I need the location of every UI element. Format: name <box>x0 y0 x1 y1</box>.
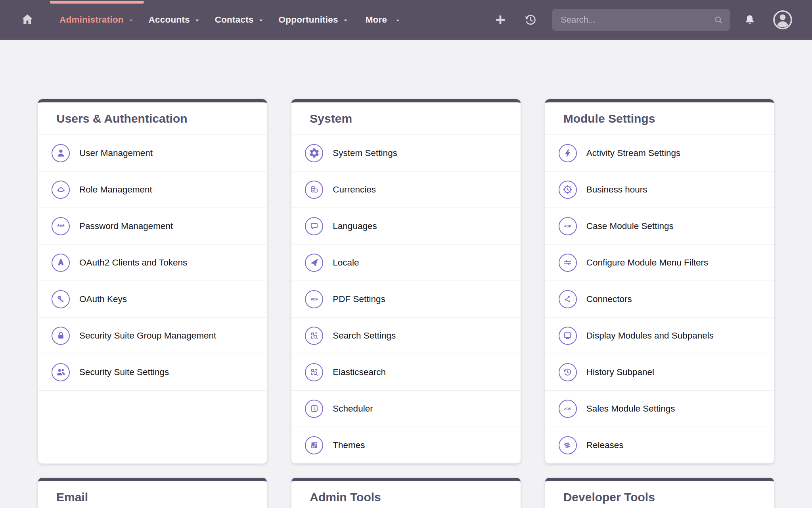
panel-header: Developer Tools <box>545 481 774 508</box>
admin-item-case-module-settings[interactable]: AOPCase Module Settings <box>545 208 774 244</box>
admin-item-connectors[interactable]: Connectors <box>545 281 774 318</box>
chevron-down-icon <box>194 17 201 24</box>
layers-icon <box>559 436 577 454</box>
hat-icon <box>52 181 70 199</box>
search-input[interactable] <box>552 9 730 31</box>
aop-badge-icon: AOP <box>559 217 577 235</box>
pdf-icon: PDF <box>305 290 323 308</box>
admin-item-label: Currencies <box>333 185 376 195</box>
admin-item-label: Case Module Settings <box>586 221 674 231</box>
panel-header: System <box>291 102 520 135</box>
panel-title: Module Settings <box>563 112 655 125</box>
plus-icon <box>494 13 507 27</box>
admin-item-security-suite-settings[interactable]: Security Suite Settings <box>38 354 267 391</box>
admin-item-business-hours[interactable]: Business hours <box>545 171 774 208</box>
asterisks-icon: *** <box>52 217 70 235</box>
user-menu-button[interactable] <box>771 8 795 32</box>
aos-badge-icon: AOS <box>559 400 577 418</box>
admin-item-themes[interactable]: Themes <box>291 427 520 464</box>
panel-admin-tools: Admin Tools <box>291 478 520 508</box>
search-settings-icon <box>305 327 323 345</box>
top-navbar: Administration Accounts Contacts Opportu… <box>0 0 812 40</box>
users-icon <box>52 363 70 381</box>
admin-item-languages[interactable]: Languages <box>291 208 520 244</box>
admin-item-releases[interactable]: Releases <box>545 427 774 464</box>
admin-item-label: Themes <box>333 440 365 450</box>
nav-item-accounts[interactable]: Accounts <box>142 0 208 40</box>
admin-item-security-suite-group-management[interactable]: Security Suite Group Management <box>38 318 267 354</box>
panel-module-settings: Module Settings Activity Stream Settings… <box>545 99 774 464</box>
admin-item-label: Releases <box>586 440 624 450</box>
panel-header: Users & Authentication <box>38 102 267 135</box>
speech-bubble-icon <box>305 217 323 235</box>
admin-item-elasticsearch[interactable]: Elasticsearch <box>291 354 520 391</box>
admin-item-oauth-keys[interactable]: OAuth Keys <box>38 281 267 318</box>
panel-header: Module Settings <box>545 102 774 135</box>
admin-item-label: Scheduler <box>333 404 373 414</box>
lock-icon <box>52 327 70 345</box>
search-settings-icon <box>305 363 323 381</box>
svg-text:AOP: AOP <box>564 225 571 228</box>
admin-item-label: Business hours <box>586 185 647 195</box>
svg-text:PDF: PDF <box>310 297 318 301</box>
admin-item-system-settings[interactable]: System Settings <box>291 135 520 171</box>
clock-ticks-icon <box>559 181 577 199</box>
admin-item-currencies[interactable]: Currencies <box>291 171 520 208</box>
monitor-icon <box>559 327 577 345</box>
nav-item-more[interactable]: More <box>358 0 408 40</box>
admin-panels-grid: Users & Authentication User ManagementRo… <box>38 99 774 508</box>
admin-item-label: Display Modules and Subpanels <box>586 331 714 341</box>
admin-item-display-modules-and-subpanels[interactable]: Display Modules and Subpanels <box>545 318 774 354</box>
nav-item-administration[interactable]: Administration <box>52 0 142 40</box>
admin-item-user-management[interactable]: User Management <box>38 135 267 171</box>
panel-developer-tools: Developer Tools <box>545 478 774 508</box>
admin-item-configure-module-menu-filters[interactable]: Configure Module Menu Filters <box>545 244 774 281</box>
admin-item-label: PDF Settings <box>333 294 385 304</box>
admin-item-scheduler[interactable]: Scheduler <box>291 391 520 427</box>
connectors-icon <box>559 290 577 308</box>
recently-viewed-button[interactable] <box>523 12 538 28</box>
sliders-icon <box>559 254 577 272</box>
home-button[interactable] <box>19 12 36 28</box>
panel-title: Email <box>56 491 88 504</box>
admin-item-locale[interactable]: Locale <box>291 244 520 281</box>
panel-users-authentication: Users & Authentication User ManagementRo… <box>38 99 267 464</box>
admin-item-history-subpanel[interactable]: History Subpanel <box>545 354 774 391</box>
admin-item-label: Search Settings <box>333 331 396 341</box>
chevron-down-icon <box>258 17 264 24</box>
nav-item-contacts[interactable]: Contacts <box>208 0 272 40</box>
lightning-icon <box>559 144 577 162</box>
gear-icon <box>305 144 323 162</box>
admin-item-search-settings[interactable]: Search Settings <box>291 318 520 354</box>
admin-item-label: History Subpanel <box>586 367 654 377</box>
admin-item-label: OAuth2 Clients and Tokens <box>79 258 187 268</box>
user-icon <box>52 144 70 162</box>
admin-item-label: Sales Module Settings <box>586 404 675 414</box>
coins-icon <box>305 181 323 199</box>
panel-header: Admin Tools <box>291 481 520 508</box>
admin-item-password-management[interactable]: ***Password Management <box>38 208 267 244</box>
navbar-actions <box>493 8 795 32</box>
admin-item-label: Languages <box>333 221 377 231</box>
search-icon[interactable] <box>713 14 724 25</box>
admin-item-activity-stream-settings[interactable]: Activity Stream Settings <box>545 135 774 171</box>
admin-item-oauth2-clients-and-tokens[interactable]: OAuth2 Clients and Tokens <box>38 244 267 281</box>
scheduler-icon <box>305 400 323 418</box>
admin-item-label: User Management <box>79 148 153 158</box>
quick-create-button[interactable] <box>493 13 508 27</box>
admin-item-label: Security Suite Group Management <box>79 331 216 341</box>
admin-item-sales-module-settings[interactable]: AOSSales Module Settings <box>545 391 774 427</box>
history-icon <box>523 12 538 27</box>
admin-item-label: Locale <box>333 258 359 268</box>
themes-icon <box>305 436 323 454</box>
notifications-button[interactable] <box>742 12 757 27</box>
admin-item-pdf-settings[interactable]: PDFPDF Settings <box>291 281 520 318</box>
panel-item-list: Activity Stream SettingsBusiness hoursAO… <box>545 135 774 464</box>
nav-item-opportunities[interactable]: Opportunities <box>272 0 356 40</box>
admin-page: Users & Authentication User ManagementRo… <box>0 40 812 508</box>
panel-item-list: User ManagementRole Management***Passwor… <box>38 135 267 391</box>
admin-item-role-management[interactable]: Role Management <box>38 171 267 208</box>
panel-system: System System SettingsCurrenciesLanguage… <box>291 99 520 464</box>
svg-text:AOS: AOS <box>564 407 571 411</box>
admin-item-label: System Settings <box>333 148 397 158</box>
